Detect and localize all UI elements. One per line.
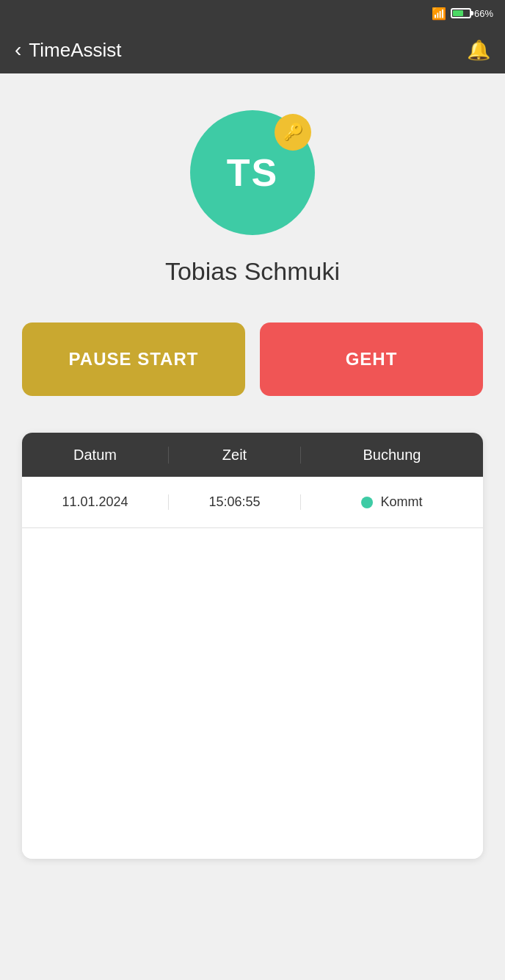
- cell-buchung: Kommt: [301, 494, 483, 510]
- avatar-initials: TS: [227, 151, 278, 195]
- table-header: Datum Zeit Buchung: [22, 433, 483, 477]
- table-row: 11.01.2024 15:06:55 Kommt: [22, 477, 483, 528]
- wifi-icon: 📶: [432, 7, 446, 21]
- battery-percent: 66%: [474, 8, 493, 19]
- avatar-badge: 🔑: [275, 114, 311, 151]
- col-buchung: Buchung: [301, 447, 483, 464]
- buttons-row: PAUSE START GEHT: [22, 323, 483, 396]
- nav-bar: ‹ TimeAssist 🔔: [0, 26, 505, 73]
- buchung-label: Kommt: [380, 494, 422, 510]
- avatar-wrapper: TS 🔑: [190, 110, 315, 235]
- nav-left: ‹ TimeAssist: [15, 38, 121, 62]
- col-zeit: Zeit: [169, 447, 301, 464]
- back-button[interactable]: ‹: [15, 38, 21, 62]
- status-icons: 📶 66%: [432, 7, 493, 21]
- cell-zeit: 15:06:55: [169, 494, 301, 510]
- col-datum: Datum: [22, 447, 169, 464]
- key-icon: 🔑: [283, 123, 303, 142]
- status-bar: 📶 66%: [0, 0, 505, 26]
- bell-icon[interactable]: 🔔: [467, 39, 490, 62]
- status-dot-green: [361, 497, 373, 508]
- cell-datum: 11.01.2024: [22, 494, 169, 510]
- table-empty-area: [22, 528, 483, 859]
- battery-container: 66%: [451, 8, 493, 19]
- battery-fill: [453, 10, 464, 16]
- nav-title: TimeAssist: [29, 39, 121, 62]
- main-content: TS 🔑 Tobias Schmuki PAUSE START GEHT Dat…: [0, 73, 505, 881]
- geht-button[interactable]: GEHT: [260, 323, 483, 396]
- user-name: Tobias Schmuki: [165, 257, 340, 286]
- battery-icon: [451, 8, 471, 18]
- table-container: Datum Zeit Buchung 11.01.2024 15:06:55 K…: [22, 433, 483, 859]
- pause-start-button[interactable]: PAUSE START: [22, 323, 245, 396]
